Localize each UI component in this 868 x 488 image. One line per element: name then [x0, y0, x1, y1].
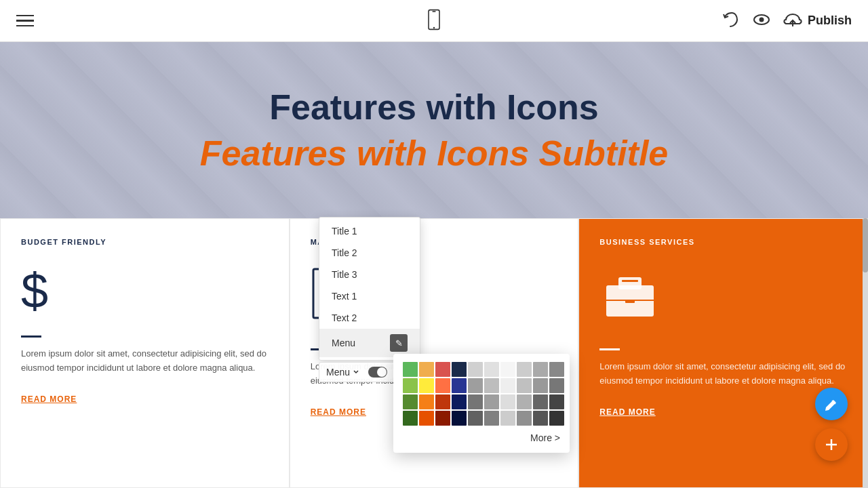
color-cell[interactable] — [517, 394, 532, 409]
color-cell[interactable] — [549, 362, 564, 377]
dropdown-item-text1[interactable]: Text 1 — [319, 285, 420, 307]
color-cell[interactable] — [533, 362, 548, 377]
color-cell[interactable] — [419, 411, 434, 426]
undo-icon[interactable] — [721, 10, 740, 32]
topbar: Publish — [0, 0, 868, 42]
hero-title: Features with Icons — [269, 87, 598, 127]
dropdown-item-title1[interactable]: Title 1 — [319, 220, 420, 242]
briefcase-icon — [599, 266, 847, 328]
color-cell[interactable] — [419, 394, 434, 409]
color-cell[interactable] — [452, 411, 467, 426]
card-budget-link[interactable]: READ MORE — [21, 394, 269, 404]
dropdown-menu: Title 1 Title 2 Title 3 Text 1 Text 2 Me… — [319, 217, 420, 361]
dropdown-item-text2[interactable]: Text 2 — [319, 307, 420, 329]
preview-icon[interactable] — [752, 10, 771, 32]
color-cell[interactable] — [419, 362, 434, 377]
color-cell[interactable] — [533, 411, 548, 426]
color-cell[interactable] — [517, 411, 532, 426]
color-cell[interactable] — [500, 394, 515, 409]
color-cell[interactable] — [403, 378, 418, 393]
dropdown-title2-label: Title 2 — [332, 247, 357, 258]
color-cell[interactable] — [484, 378, 499, 393]
hero-section: Features with Icons Features with Icons … — [0, 42, 868, 218]
menu-icon[interactable] — [16, 15, 34, 27]
dropdown-item-title3[interactable]: Title 3 — [319, 264, 420, 285]
color-cell[interactable] — [549, 378, 564, 393]
color-cell[interactable] — [517, 378, 532, 393]
color-grid — [403, 362, 560, 426]
color-cell[interactable] — [468, 411, 483, 426]
color-cell[interactable] — [549, 394, 564, 409]
card-budget: BUDGET FRIENDLY $ Lorem ipsum dolor sit … — [0, 218, 290, 488]
card-business-text: Lorem ipsum dolor sit amet, consectetur … — [599, 360, 847, 388]
color-cell[interactable] — [403, 411, 418, 426]
color-cell[interactable] — [468, 362, 483, 377]
publish-label: Publish — [808, 14, 852, 28]
color-cell[interactable] — [500, 411, 515, 426]
edit-icon[interactable]: ✎ — [390, 334, 408, 352]
color-cell[interactable] — [468, 378, 483, 393]
color-picker: More > — [393, 354, 570, 453]
publish-button[interactable]: Publish — [783, 12, 852, 30]
dropdown-text1-label: Text 1 — [332, 291, 357, 302]
dropdown-menu-label: Menu — [332, 338, 355, 348]
card-budget-text: Lorem ipsum dolor sit amet, consectetur … — [21, 347, 269, 375]
color-cell[interactable] — [435, 362, 450, 377]
color-cell[interactable] — [533, 378, 548, 393]
color-cell[interactable] — [435, 378, 450, 393]
main-content: Features with Icons Features with Icons … — [0, 42, 868, 488]
color-cell[interactable] — [533, 394, 548, 409]
fab-edit-button[interactable] — [815, 388, 848, 420]
menu-toggle[interactable] — [368, 367, 387, 378]
menu-toggle-dot — [377, 367, 387, 377]
card-business-label: BUSINESS SERVICES — [599, 238, 847, 246]
dropdown-title3-label: Title 3 — [332, 269, 357, 280]
color-cell[interactable] — [484, 362, 499, 377]
dropdown-item-menu[interactable]: Menu ✎ — [319, 329, 420, 357]
color-more-button[interactable]: More > — [403, 432, 560, 443]
color-cell[interactable] — [452, 378, 467, 393]
scrollbar-thumb[interactable] — [863, 218, 868, 272]
color-cell[interactable] — [403, 394, 418, 409]
svg-rect-0 — [429, 9, 439, 29]
dropdown-title1-label: Title 1 — [332, 226, 357, 237]
color-cell[interactable] — [549, 411, 564, 426]
svg-point-4 — [759, 17, 764, 22]
color-cell[interactable] — [500, 378, 515, 393]
color-cell[interactable] — [468, 394, 483, 409]
color-cell[interactable] — [484, 411, 499, 426]
fab-add-button[interactable] — [815, 428, 848, 461]
card-business-link[interactable]: READ MORE — [599, 407, 847, 417]
color-cell[interactable] — [517, 362, 532, 377]
phone-icon[interactable] — [423, 9, 445, 33]
topbar-right: Publish — [721, 10, 852, 32]
color-cell[interactable] — [419, 378, 434, 393]
card-divider — [21, 336, 41, 338]
dropdown-item-title2[interactable]: Title 2 — [319, 242, 420, 264]
color-cell[interactable] — [452, 394, 467, 409]
topbar-left — [16, 15, 34, 27]
svg-rect-11 — [618, 277, 642, 289]
color-cell[interactable] — [435, 411, 450, 426]
color-cell[interactable] — [484, 394, 499, 409]
dropdown-text2-label: Text 2 — [332, 312, 357, 323]
card-business-divider — [599, 348, 620, 350]
color-cell[interactable] — [435, 394, 450, 409]
svg-rect-12 — [622, 280, 638, 282]
color-cell[interactable] — [500, 362, 515, 377]
card-budget-label: BUDGET FRIENDLY — [21, 238, 269, 246]
topbar-center — [423, 9, 445, 33]
svg-point-1 — [433, 26, 435, 28]
menu-bar-label: Menu — [326, 367, 360, 378]
color-cell[interactable] — [452, 362, 467, 377]
hero-subtitle: Features with Icons Subtitle — [200, 133, 669, 174]
color-cell[interactable] — [403, 362, 418, 377]
dollar-icon: $ — [21, 266, 269, 315]
scrollbar[interactable] — [863, 218, 868, 488]
